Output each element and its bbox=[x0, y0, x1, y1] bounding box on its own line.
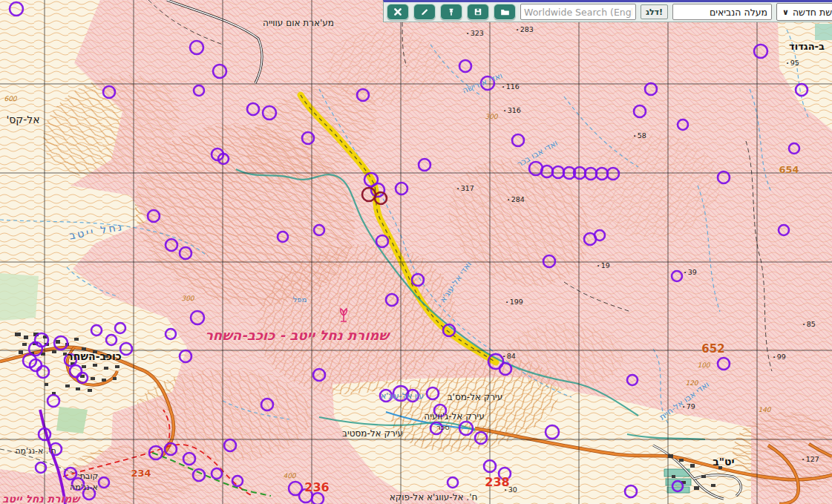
building bbox=[104, 367, 108, 370]
toolbar: דלג! רשת חדשה ∨ bbox=[383, 0, 832, 22]
building bbox=[115, 365, 119, 368]
building bbox=[93, 364, 97, 367]
folder-icon bbox=[500, 7, 510, 16]
floppy-icon bbox=[474, 7, 482, 16]
edit-button[interactable] bbox=[413, 4, 436, 20]
clear-button[interactable] bbox=[387, 4, 409, 20]
building bbox=[113, 377, 117, 380]
map-application: מע'ארת אום עווייהאל-קס'נחל ייטבשמורת נחל… bbox=[0, 0, 832, 504]
building bbox=[694, 486, 699, 490]
open-button[interactable] bbox=[494, 4, 516, 20]
building bbox=[668, 454, 673, 458]
building bbox=[82, 347, 86, 350]
location-input[interactable] bbox=[672, 4, 772, 20]
chevron-down-icon: ∨ bbox=[782, 7, 789, 17]
x-icon bbox=[393, 7, 402, 16]
building bbox=[93, 350, 97, 353]
building bbox=[82, 365, 86, 368]
save-button[interactable] bbox=[467, 4, 489, 20]
building bbox=[22, 343, 27, 346]
building bbox=[45, 383, 48, 386]
building bbox=[88, 389, 92, 392]
building bbox=[15, 333, 21, 336]
building bbox=[711, 484, 715, 487]
building bbox=[91, 377, 95, 380]
building bbox=[718, 466, 722, 469]
building bbox=[74, 338, 79, 341]
building bbox=[19, 350, 23, 354]
building bbox=[52, 350, 56, 353]
topographic-map[interactable] bbox=[0, 0, 832, 504]
building bbox=[679, 459, 684, 462]
pencil-icon bbox=[420, 7, 429, 16]
building bbox=[24, 336, 28, 339]
building bbox=[672, 475, 675, 478]
building bbox=[690, 464, 695, 468]
building bbox=[76, 387, 80, 390]
building bbox=[102, 379, 106, 382]
building bbox=[56, 340, 60, 344]
building bbox=[104, 355, 108, 358]
building bbox=[701, 475, 706, 478]
search-input[interactable] bbox=[520, 4, 636, 20]
skip-button[interactable]: דלג! bbox=[641, 4, 668, 19]
pin-button[interactable] bbox=[440, 4, 462, 20]
grid-select-label: רשת חדשה bbox=[793, 7, 832, 18]
pushpin-icon bbox=[447, 7, 456, 16]
grid-select[interactable]: רשת חדשה ∨ bbox=[776, 3, 832, 21]
building bbox=[65, 384, 70, 387]
